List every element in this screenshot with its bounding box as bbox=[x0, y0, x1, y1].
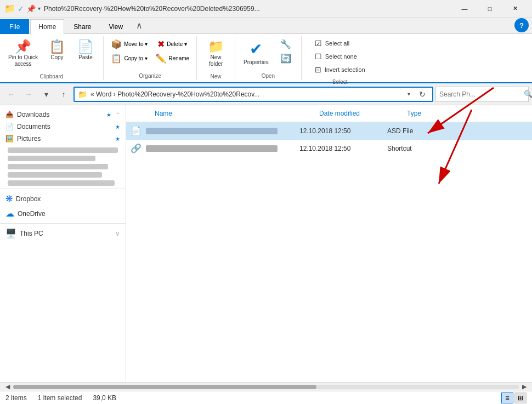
sidebar: 📥 Downloads ★ ⌃ 📄 Documents ★ 🖼️ Picture… bbox=[0, 105, 126, 382]
paste-button[interactable]: 📄 Paste bbox=[72, 37, 99, 63]
sidebar-blurred-2 bbox=[8, 156, 95, 161]
file-row-1[interactable]: 🔗 12.10.2018 12:50 Shortcut bbox=[126, 140, 532, 157]
up-button[interactable]: ↑ bbox=[56, 87, 71, 102]
open-label: Open bbox=[262, 72, 275, 79]
collapse-ribbon-button[interactable]: ∧ bbox=[132, 18, 146, 32]
open-extras-icon1: 🔧 bbox=[280, 39, 291, 49]
move-to-icon: 📦 bbox=[111, 39, 122, 49]
col-header-name[interactable]: Name bbox=[152, 109, 317, 118]
new-folder-button[interactable]: 📁 Newfolder bbox=[203, 37, 229, 70]
address-dropdown-arrow[interactable]: ▾ bbox=[405, 90, 412, 98]
search-icon: 🔍 bbox=[524, 90, 532, 98]
hscroll-right[interactable]: ▶ bbox=[519, 383, 530, 390]
properties-label: Properties bbox=[244, 59, 269, 65]
open-extras-btn2[interactable]: 🔄 bbox=[275, 52, 297, 65]
thispc-expand[interactable]: ∨ bbox=[115, 230, 120, 237]
select-all-label: Select all bbox=[325, 40, 350, 47]
organize-col2: ✖ Delete ▾ ✏️ Rename bbox=[152, 37, 192, 65]
ribbon-body: 📌 Pin to Quickaccess 📋 Copy 📄 Paste Clip… bbox=[0, 34, 532, 83]
close-button[interactable]: ✕ bbox=[502, 0, 528, 18]
file-name-1 bbox=[146, 145, 299, 152]
invert-label: Invert selection bbox=[325, 66, 365, 73]
sidebar-blurred-3 bbox=[8, 164, 108, 169]
sidebar-blurred-5 bbox=[8, 180, 115, 186]
copy-to-button[interactable]: 📋 Copy to ▾ bbox=[108, 52, 150, 65]
move-to-button[interactable]: 📦 Move to ▾ bbox=[108, 37, 150, 51]
hscroll-left[interactable]: ◀ bbox=[2, 383, 13, 390]
copy-button[interactable]: 📋 Copy bbox=[44, 37, 70, 63]
horizontal-scrollbar[interactable]: ◀ ▶ bbox=[0, 382, 532, 391]
col-header-type[interactable]: Type bbox=[405, 109, 528, 118]
sidebar-item-pictures[interactable]: 🖼️ Pictures ★ bbox=[0, 133, 126, 145]
address-refresh-button[interactable]: ↻ bbox=[416, 88, 429, 101]
quick-access-icon: ✓ bbox=[18, 4, 24, 13]
clipboard-content: 📌 Pin to Quickaccess 📋 Copy 📄 Paste bbox=[4, 37, 99, 72]
rename-button[interactable]: ✏️ Rename bbox=[152, 52, 192, 65]
select-all-button[interactable]: ☑ Select all bbox=[312, 37, 368, 49]
sidebar-divider-2 bbox=[0, 223, 126, 224]
file-type-0: ASD File bbox=[387, 127, 528, 135]
sidebar-item-downloads[interactable]: 📥 Downloads ★ ⌃ bbox=[0, 109, 126, 121]
file-date-0: 12.10.2018 12:50 bbox=[299, 127, 387, 135]
help-button[interactable]: ? bbox=[514, 18, 529, 32]
back-button[interactable]: ← bbox=[3, 87, 19, 102]
maximize-button[interactable]: □ bbox=[477, 0, 502, 18]
open-extras-btn1[interactable]: 🔧 bbox=[275, 37, 297, 51]
sort-indicator bbox=[131, 109, 152, 118]
pictures-label: Pictures bbox=[17, 135, 41, 143]
new-folder-icon: 📁 bbox=[208, 40, 224, 53]
tab-share[interactable]: Share bbox=[65, 19, 99, 34]
new-folder-label: Newfolder bbox=[209, 54, 223, 67]
downloads-pin: ★ bbox=[106, 112, 111, 118]
ribbon-tabs: File Home Share View ∧ ? bbox=[0, 18, 532, 34]
downloads-icon: 📥 bbox=[5, 111, 14, 118]
address-folder-icon: 📁 bbox=[78, 90, 87, 99]
delete-label: Delete ▾ bbox=[167, 41, 187, 47]
select-section: ☑ Select all ☐ Select none ⊡ Invert sele… bbox=[302, 36, 378, 80]
address-area: ← → ▾ ↑ 📁 « Word › Photo%20Recovery-%20H… bbox=[0, 83, 532, 105]
thispc-label: This PC bbox=[20, 230, 43, 237]
title-bar-icons: 📁 ✓ 📌 ▾ bbox=[4, 3, 41, 14]
pin-to-quick-button[interactable]: 📌 Pin to Quickaccess bbox=[4, 37, 42, 70]
downloads-expand: ⌃ bbox=[116, 112, 120, 118]
col-header-date[interactable]: Date modified bbox=[317, 109, 405, 118]
select-none-button[interactable]: ☐ Select none bbox=[312, 50, 368, 62]
status-bar: 2 items 1 item selected 39,0 KB ≡ ⊞ bbox=[0, 391, 532, 404]
file-name-blurred-1 bbox=[146, 145, 278, 152]
details-view-button[interactable]: ≡ bbox=[501, 392, 513, 403]
tab-view[interactable]: View bbox=[100, 19, 131, 34]
sidebar-item-dropbox[interactable]: ❋ Dropbox bbox=[0, 191, 126, 206]
recent-button[interactable]: ▾ bbox=[38, 87, 54, 102]
search-input[interactable] bbox=[439, 90, 522, 98]
pictures-icon: 🖼️ bbox=[5, 135, 14, 143]
clipboard-label: Clipboard bbox=[40, 72, 64, 79]
select-none-icon: ☐ bbox=[315, 52, 322, 61]
file-row-0[interactable]: 📄 12.10.2018 12:50 ASD File bbox=[126, 122, 532, 140]
file-list: Name Date modified Type 📄 12.10.2018 12:… bbox=[126, 105, 532, 382]
large-icons-view-button[interactable]: ⊞ bbox=[514, 392, 527, 403]
dropbox-label: Dropbox bbox=[16, 195, 41, 203]
sidebar-item-onedrive[interactable]: ☁ OneDrive bbox=[0, 206, 126, 221]
properties-button[interactable]: ✔ Properties bbox=[240, 37, 273, 68]
sidebar-item-documents[interactable]: 📄 Documents ★ bbox=[0, 121, 126, 133]
forward-button[interactable]: → bbox=[21, 87, 36, 102]
dropdown-arrow[interactable]: ▾ bbox=[38, 5, 41, 12]
sidebar-item-thispc[interactable]: 🖥️ This PC ∨ bbox=[0, 226, 126, 241]
window-title: Photo%20Recovery-%20How%20to%20Recover%2… bbox=[44, 5, 449, 13]
search-box[interactable]: 🔍 bbox=[435, 87, 529, 102]
copy-icon: 📋 bbox=[49, 40, 65, 53]
minimize-button[interactable]: — bbox=[452, 0, 477, 18]
delete-button[interactable]: ✖ Delete ▾ bbox=[152, 37, 192, 51]
tab-file[interactable]: File bbox=[0, 19, 29, 34]
documents-icon: 📄 bbox=[5, 123, 14, 130]
tab-home[interactable]: Home bbox=[30, 19, 64, 34]
address-bar[interactable]: 📁 « Word › Photo%20Recovery-%20How%20to%… bbox=[73, 87, 433, 102]
file-type-1: Shortcut bbox=[387, 145, 528, 152]
window-controls: — □ ✕ bbox=[452, 0, 528, 18]
file-icon-1: 🔗 bbox=[131, 143, 142, 153]
invert-selection-button[interactable]: ⊡ Invert selection bbox=[312, 64, 368, 76]
organize-content: 📦 Move to ▾ 📋 Copy to ▾ ✖ Delete ▾ bbox=[108, 37, 192, 72]
onedrive-label: OneDrive bbox=[18, 210, 46, 218]
select-all-icon: ☑ bbox=[315, 39, 322, 48]
open-extras-icon2: 🔄 bbox=[280, 53, 291, 64]
